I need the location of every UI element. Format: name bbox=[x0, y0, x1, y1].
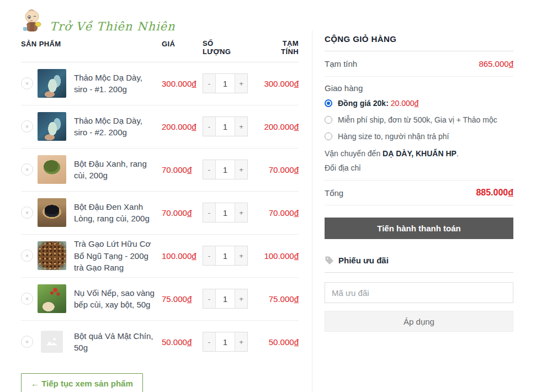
quantity-increase-button[interactable]: + bbox=[235, 203, 247, 222]
column-header-subtotal: TẠM TÍNH bbox=[257, 40, 299, 56]
item-subtotal: 75.000đ bbox=[257, 294, 299, 304]
total-row: Tổng 885.000đ bbox=[325, 181, 513, 205]
remove-item-button[interactable]: × bbox=[21, 293, 33, 305]
quantity-increase-button[interactable]: + bbox=[235, 74, 247, 93]
quantity-input[interactable] bbox=[215, 246, 235, 265]
quantity-increase-button[interactable]: + bbox=[235, 117, 247, 136]
product-name-link[interactable]: Bột quả Vả Mật Chín, 50g bbox=[74, 330, 162, 354]
product-name-link[interactable]: Nụ Vối Nếp, sao vàng bếp củi, xay bột, 5… bbox=[74, 287, 162, 311]
image-placeholder-icon bbox=[41, 331, 63, 353]
cart-item-row: × Nụ Vối Nếp, sao vàng bếp củi, xay bột,… bbox=[21, 278, 299, 321]
cart-item-row: × Trà Gạo Lứt Hữu Cơ Bổ Ngũ Tạng - 200g … bbox=[21, 235, 299, 278]
product-name-link[interactable]: Trà Gạo Lứt Hữu Cơ Bổ Ngũ Tạng - 200g tr… bbox=[74, 238, 162, 274]
total-value: 885.000đ bbox=[476, 188, 513, 198]
subtotal-value: 865.000đ bbox=[479, 59, 513, 68]
currency-symbol: đ bbox=[192, 251, 196, 261]
continue-shopping-button[interactable]: ← Tiếp tục xem sản phẩm bbox=[21, 373, 143, 392]
quantity-decrease-button[interactable]: - bbox=[203, 117, 215, 136]
shipping-option-free-ship[interactable]: Miễn phí ship, đơn từ 500k, Gia vị + Thả… bbox=[325, 112, 513, 128]
remove-item-button[interactable]: × bbox=[21, 250, 33, 262]
close-icon: × bbox=[25, 166, 29, 173]
quantity-input[interactable] bbox=[215, 160, 235, 179]
radio-unselected-icon[interactable] bbox=[325, 133, 332, 140]
item-subtotal: 70.000đ bbox=[257, 165, 299, 174]
coupon-title: Phiếu ưu đãi bbox=[338, 256, 389, 265]
quantity-decrease-button[interactable]: - bbox=[203, 203, 215, 222]
radio-unselected-icon[interactable] bbox=[325, 116, 332, 124]
remove-item-button[interactable]: × bbox=[21, 206, 33, 219]
quantity-decrease-button[interactable]: - bbox=[203, 160, 215, 179]
item-price: 70.000đ bbox=[162, 208, 203, 218]
close-icon: × bbox=[25, 209, 29, 216]
quantity-decrease-button[interactable]: - bbox=[203, 74, 215, 93]
shipping-label: Giao hàng bbox=[325, 77, 513, 95]
tag-icon bbox=[325, 256, 334, 265]
quantity-input[interactable] bbox=[215, 74, 235, 93]
change-address-link[interactable]: Đổi địa chỉ bbox=[325, 159, 513, 181]
quantity-stepper: - + bbox=[203, 332, 248, 352]
quantity-input[interactable] bbox=[215, 117, 235, 136]
column-divider bbox=[312, 30, 312, 392]
column-header-price: GIÁ bbox=[162, 40, 203, 48]
left-arrow-icon: ← bbox=[31, 379, 39, 388]
quantity-increase-button[interactable]: + bbox=[235, 160, 247, 179]
product-name-link[interactable]: Thảo Mộc Dạ Dày, siro - #2. 200g bbox=[74, 115, 162, 139]
apply-coupon-button[interactable]: Áp dụng bbox=[325, 311, 513, 332]
quantity-increase-button[interactable]: + bbox=[235, 246, 247, 265]
shipping-price: 20.000đ bbox=[391, 99, 419, 108]
checkout-button[interactable]: Tiến hành thanh toán bbox=[325, 218, 513, 239]
remove-item-button[interactable]: × bbox=[21, 336, 33, 348]
item-price: 75.000đ bbox=[162, 294, 203, 304]
product-thumbnail[interactable] bbox=[38, 155, 66, 184]
remove-item-button[interactable]: × bbox=[21, 163, 33, 176]
quantity-input[interactable] bbox=[215, 203, 235, 222]
quantity-decrease-button[interactable]: - bbox=[203, 332, 215, 351]
cart-table-header: SẢN PHẨM GIÁ SỐ LƯỢNG TẠM TÍNH bbox=[21, 35, 299, 62]
remove-item-button[interactable]: × bbox=[21, 120, 33, 133]
product-thumbnail[interactable] bbox=[38, 284, 66, 313]
remove-item-button[interactable]: × bbox=[21, 77, 33, 89]
product-thumbnail[interactable] bbox=[38, 112, 66, 141]
coupon-section-header: Phiếu ưu đãi bbox=[325, 256, 513, 273]
currency-symbol: đ bbox=[508, 188, 513, 197]
close-icon: × bbox=[25, 80, 29, 87]
cart-section: Trở Về Thiên Nhiên SẢN PHẨM GIÁ SỐ LƯỢNG… bbox=[21, 8, 299, 392]
subtotal-label: Tạm tính bbox=[325, 59, 357, 68]
quantity-stepper: - + bbox=[203, 73, 248, 93]
quantity-decrease-button[interactable]: - bbox=[203, 289, 215, 308]
product-name-link[interactable]: Bột Đậu Đen Xanh Lòng, rang củi, 200g bbox=[74, 201, 162, 225]
currency-symbol: đ bbox=[294, 337, 299, 347]
product-thumbnail[interactable] bbox=[38, 327, 66, 356]
close-icon: × bbox=[25, 123, 29, 130]
shipping-option-flat-rate[interactable]: Đồng giá 20k: 20.000đ bbox=[325, 95, 513, 112]
radio-selected-icon[interactable] bbox=[325, 99, 332, 107]
close-icon: × bbox=[25, 252, 29, 259]
item-price: 50.000đ bbox=[162, 337, 203, 347]
baby-monk-logo-icon bbox=[21, 9, 45, 34]
item-subtotal: 50.000đ bbox=[257, 337, 299, 347]
quantity-input[interactable] bbox=[215, 289, 235, 308]
quantity-input[interactable] bbox=[215, 332, 235, 351]
quantity-stepper: - + bbox=[203, 203, 248, 223]
ship-to-text: Vận chuyển đến DẠ DÀY, KHUẨN HP. bbox=[325, 145, 513, 159]
product-thumbnail[interactable] bbox=[38, 241, 66, 270]
quantity-increase-button[interactable]: + bbox=[235, 289, 247, 308]
product-thumbnail[interactable] bbox=[38, 198, 66, 227]
product-thumbnail[interactable] bbox=[38, 69, 66, 98]
coupon-code-input[interactable] bbox=[325, 282, 513, 303]
currency-symbol: đ bbox=[509, 59, 513, 68]
product-name-link[interactable]: Thảo Mộc Dạ Dày, siro - #1. 200g bbox=[74, 72, 162, 96]
close-icon: × bbox=[25, 295, 29, 302]
quantity-increase-button[interactable]: + bbox=[235, 332, 247, 351]
cart-totals-title: CỘNG GIỎ HÀNG bbox=[325, 34, 513, 51]
currency-symbol: đ bbox=[192, 122, 196, 131]
shipping-option-large-size[interactable]: Hàng size to, người nhận trả phí bbox=[325, 128, 513, 145]
close-icon: × bbox=[25, 338, 29, 345]
item-subtotal: 100.000đ bbox=[257, 251, 299, 261]
column-header-quantity: SỐ LƯỢNG bbox=[203, 40, 257, 56]
quantity-decrease-button[interactable]: - bbox=[203, 246, 215, 265]
product-name-link[interactable]: Bột Đậu Xanh, rang củi, 200g bbox=[74, 158, 162, 182]
currency-symbol: đ bbox=[294, 165, 299, 174]
cart-item-row: × Thảo Mộc Dạ Dày, siro - #2. 200g 200.0… bbox=[21, 105, 299, 149]
site-logo[interactable]: Trở Về Thiên Nhiên bbox=[21, 8, 299, 34]
